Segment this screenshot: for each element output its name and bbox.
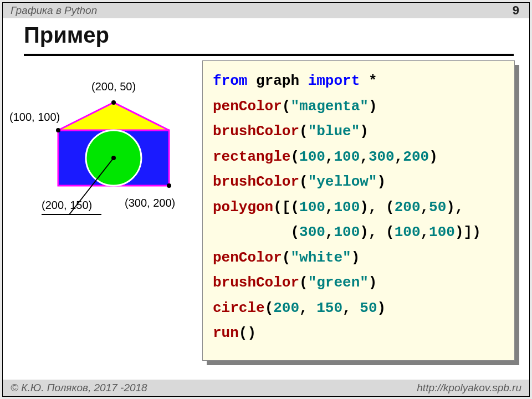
n: 100 — [299, 149, 325, 165]
fn-brushcolor3: brushColor — [213, 274, 299, 291]
label-300-200: (300, 200) — [125, 197, 175, 209]
str-white: "white" — [290, 249, 351, 266]
p: ), ( — [360, 199, 394, 216]
footer-url: http://kpolyakov.spb.ru — [417, 382, 521, 394]
p: ) — [377, 173, 386, 190]
n: 100 — [299, 199, 325, 216]
copyright: © К.Ю. Поляков, 2017 -2018 — [11, 382, 147, 394]
fn-polygon: polygon — [213, 199, 273, 216]
footer-bar: © К.Ю. Поляков, 2017 -2018 http://kpolya… — [3, 380, 529, 396]
fn-pencolor2: penColor — [213, 249, 282, 266]
dot-300-200 — [167, 183, 171, 188]
str-blue: "blue" — [308, 123, 360, 140]
c: , — [360, 149, 369, 165]
n: 100 — [395, 224, 421, 241]
label-200-150: (200, 150) — [42, 199, 92, 212]
str-yellow: "yellow" — [308, 173, 377, 190]
slide: Графика в Python 9 Пример (200, 50) (100… — [2, 2, 530, 397]
p: ), — [446, 199, 463, 216]
header-bar: Графика в Python 9 — [3, 3, 529, 18]
c: , — [299, 300, 316, 316]
n: 200 — [395, 199, 421, 216]
p: ) — [369, 274, 377, 291]
code-block: from graph import * penColor("magenta") … — [202, 60, 515, 361]
n: 50 — [360, 300, 377, 316]
page-number: 9 — [513, 3, 521, 18]
n: 100 — [429, 224, 455, 241]
n: 200 — [403, 149, 429, 165]
c: , — [325, 224, 334, 241]
str-magenta: "magenta" — [290, 98, 368, 115]
dot-100-100 — [56, 128, 60, 132]
slide-title: Пример — [24, 23, 109, 48]
p: ( — [265, 300, 274, 316]
lecture-title: Графика в Python — [11, 4, 97, 17]
p: ), ( — [360, 224, 394, 241]
p: ) — [351, 249, 360, 266]
n: 100 — [334, 149, 360, 165]
n: 300 — [369, 149, 395, 165]
c: , — [325, 199, 334, 216]
fn-run: run — [213, 325, 239, 341]
p: () — [239, 325, 256, 341]
p: )]) — [455, 224, 481, 241]
p: ) — [429, 149, 438, 165]
figure: (200, 50) (100, 100) (300, 200) (200, 15… — [19, 86, 202, 252]
title-divider — [24, 54, 514, 56]
p: ) — [360, 123, 369, 140]
dot-200-50 — [111, 100, 116, 105]
fn-circle: circle — [213, 300, 265, 316]
p: ( — [282, 98, 291, 115]
p: ( — [282, 249, 291, 266]
p: ) — [369, 98, 377, 115]
n: 100 — [334, 199, 360, 216]
fn-rectangle: rectangle — [213, 149, 290, 165]
c: , — [421, 224, 429, 241]
kw-from: from — [213, 73, 247, 89]
c: , — [342, 300, 360, 316]
c: , — [421, 199, 429, 216]
label-100-100: (100, 100) — [9, 111, 60, 124]
n: 300 — [299, 224, 325, 241]
n: 200 — [273, 300, 299, 316]
kw-import: import — [308, 73, 360, 89]
p: ( — [290, 149, 299, 165]
fn-pencolor1: penColor — [213, 98, 282, 115]
p: ( — [299, 123, 308, 140]
p: ) — [377, 300, 386, 316]
id-graph: graph — [256, 73, 299, 89]
n: 50 — [429, 199, 446, 216]
str-green: "green" — [308, 274, 369, 291]
p: ( — [299, 274, 308, 291]
c: , — [395, 149, 403, 165]
p: ( — [299, 173, 308, 190]
triangle-shape — [58, 103, 169, 130]
label-200-50: (200, 50) — [91, 80, 136, 93]
n: 150 — [316, 300, 342, 316]
p: ([( — [273, 199, 299, 216]
star: * — [369, 73, 377, 89]
pad: ( — [213, 224, 299, 241]
fn-brushcolor2: brushColor — [213, 173, 299, 190]
fn-brushcolor1: brushColor — [213, 123, 299, 140]
c: , — [325, 149, 334, 165]
n: 100 — [334, 224, 360, 241]
